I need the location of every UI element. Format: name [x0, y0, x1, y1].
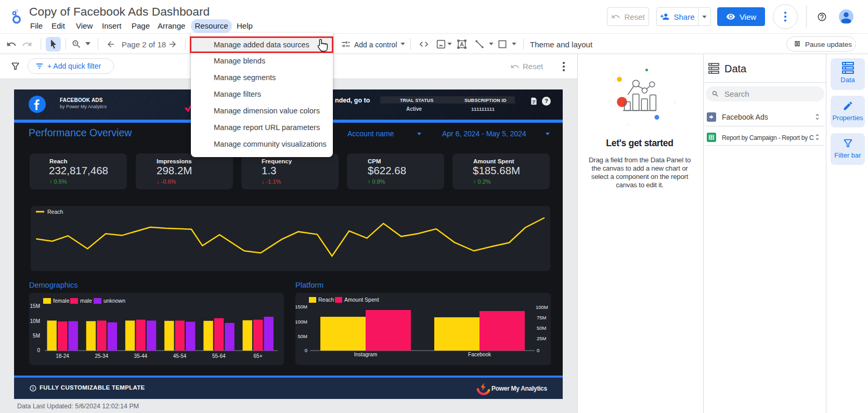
- svg-text:18-24: 18-24: [56, 353, 69, 359]
- svg-text:55-64: 55-64: [212, 353, 226, 359]
- svg-text:35-44: 35-44: [134, 353, 148, 359]
- svg-text:25-34: 25-34: [95, 353, 108, 359]
- svg-text:5M: 5M: [33, 333, 40, 339]
- svg-text:Amount Spent: Amount Spent: [344, 296, 379, 303]
- svg-text:100M: 100M: [295, 319, 307, 325]
- svg-text:female: female: [53, 298, 70, 304]
- svg-text:75M: 75M: [537, 315, 547, 320]
- svg-text:Reach: Reach: [318, 296, 334, 303]
- svg-text:Reach: Reach: [47, 209, 63, 215]
- svg-text:A: A: [460, 42, 464, 47]
- svg-text:·: ·: [644, 68, 645, 71]
- svg-text:0: 0: [37, 347, 40, 353]
- svg-text:0: 0: [537, 347, 539, 353]
- svg-text:25M: 25M: [537, 335, 547, 341]
- svg-text:male: male: [80, 298, 92, 304]
- svg-text:∷: ∷: [609, 99, 611, 102]
- svg-text:50M: 50M: [537, 325, 547, 331]
- svg-text:0: 0: [305, 347, 307, 353]
- svg-text:Instagram: Instagram: [354, 352, 377, 357]
- svg-text:150M: 150M: [295, 304, 307, 309]
- svg-text:50M: 50M: [298, 333, 308, 339]
- svg-text:Facebook: Facebook: [468, 352, 491, 357]
- svg-text:∷: ∷: [627, 123, 629, 126]
- svg-text:15M: 15M: [30, 303, 40, 309]
- svg-text:unknown: unknown: [103, 298, 125, 304]
- svg-text:10M: 10M: [30, 318, 40, 324]
- svg-text:45-54: 45-54: [173, 353, 187, 359]
- svg-text:⁝: ⁝: [674, 101, 675, 105]
- svg-text:65+: 65+: [254, 353, 263, 359]
- svg-text:100M: 100M: [536, 304, 548, 310]
